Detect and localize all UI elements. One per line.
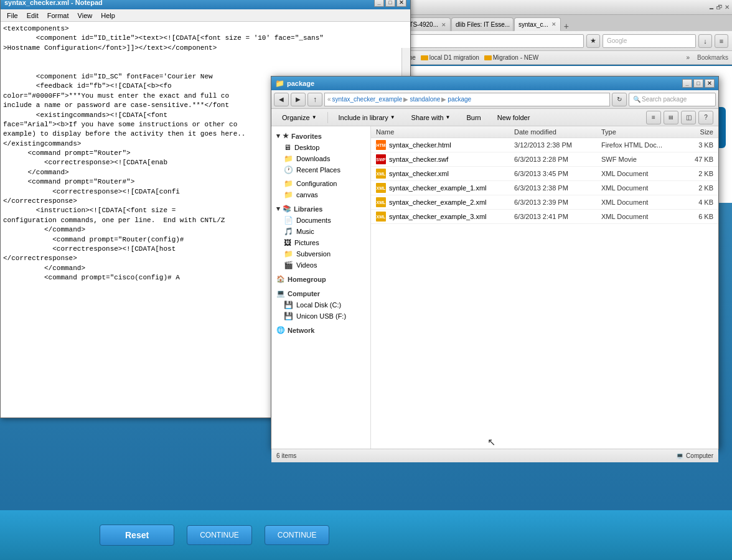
- notepad-maximize-button[interactable]: □: [385, 0, 395, 7]
- toolbar-organize[interactable]: Organize ▼: [276, 112, 322, 123]
- downloads-button[interactable]: ↓: [698, 34, 712, 48]
- bookmarks-overflow[interactable]: »: [686, 54, 690, 61]
- sidebar-item-usb[interactable]: 💾 Unicon USB (F:): [271, 310, 370, 322]
- file-icon-xml-0: XML: [376, 169, 386, 179]
- file-row-5[interactable]: XML syntax_checker_example_3.xml 6/3/201…: [371, 210, 718, 224]
- toolbar-burn[interactable]: Burn: [461, 112, 486, 123]
- file-type-1: SWF Movie: [601, 156, 676, 163]
- explorer-statusbar: 6 items 💻 Computer: [271, 449, 718, 462]
- explorer-up-button[interactable]: ↑: [307, 93, 322, 106]
- file-size-3: 2 KB: [676, 184, 713, 192]
- sidebar-item-recent-places[interactable]: 🕐 Recent Places: [271, 164, 370, 175]
- sidebar-item-pictures[interactable]: 🖼 Pictures: [271, 237, 370, 248]
- notepad-menu-file[interactable]: File: [3, 10, 22, 21]
- bookmark-button[interactable]: ★: [586, 34, 600, 48]
- file-size-5: 6 KB: [676, 213, 713, 220]
- file-row-4[interactable]: XML syntax_checker_example_2.xml 6/3/201…: [371, 195, 718, 210]
- configuration-folder-icon: 📁: [284, 179, 293, 188]
- view-pane-button[interactable]: ◫: [681, 111, 696, 124]
- favorites-expand-icon: ▾: [276, 132, 280, 140]
- explorer-nav: ◀ ▶ ↑ « syntax_checker_example ▶ standal…: [271, 90, 718, 109]
- sidebar-network-header[interactable]: 🌐 Network: [271, 324, 370, 336]
- toolbar-share-with[interactable]: Share with ▼: [406, 112, 456, 123]
- explorer-back-button[interactable]: ◀: [274, 93, 289, 106]
- pictures-icon: 🖼: [284, 238, 291, 247]
- sidebar-item-configuration[interactable]: 📁 Configuration: [271, 178, 370, 189]
- notepad-menu-view[interactable]: View: [74, 10, 96, 21]
- file-row-2[interactable]: XML syntax_checker.xml 6/3/2013 3:45 PM …: [371, 167, 718, 181]
- file-type-5: XML Document: [601, 213, 676, 220]
- explorer-close-button[interactable]: ✕: [705, 79, 715, 88]
- explorer-window: 📁 package _ □ ✕ ◀ ▶ ↑ « syntax_checker_e…: [271, 76, 719, 449]
- file-row-0[interactable]: HTM syntax_checker.html 3/12/2013 2:38 P…: [371, 138, 718, 152]
- file-list-header: Name Date modified Type Size: [371, 126, 718, 138]
- breadcrumb-package[interactable]: package: [448, 96, 471, 103]
- notepad-titlebar: syntax_checker.xml - Notepad _ □ ✕: [1, 0, 410, 9]
- videos-icon: 🎬: [284, 261, 293, 269]
- help-button[interactable]: ?: [698, 111, 713, 124]
- organize-arrow: ▼: [312, 114, 317, 120]
- breadcrumb-bar: « syntax_checker_example ▶ standalone ▶ …: [324, 93, 610, 106]
- documents-icon: 📄: [284, 216, 293, 225]
- continue-button-2[interactable]: CONTINUE: [265, 525, 330, 545]
- music-icon: 🎵: [284, 227, 293, 236]
- favorites-star-icon: ★: [283, 132, 289, 140]
- sidebar-item-music[interactable]: 🎵 Music: [271, 226, 370, 237]
- file-size-4: 4 KB: [676, 198, 713, 206]
- computer-icon: 💻: [276, 289, 285, 297]
- reset-button[interactable]: Reset: [100, 525, 174, 546]
- sidebar-item-subversion[interactable]: 📁 Subversion: [271, 248, 370, 259]
- notepad-menu-help[interactable]: Help: [97, 10, 119, 21]
- bookmark-d1migration[interactable]: local D1 migration: [421, 54, 479, 61]
- notepad-menu-format[interactable]: Format: [44, 10, 73, 21]
- file-name-2: syntax_checker.xml: [389, 170, 514, 177]
- sidebar-item-local-disk[interactable]: 💾 Local Disk (C:): [271, 299, 370, 310]
- sidebar-computer-header[interactable]: 💻 Computer: [271, 287, 370, 299]
- explorer-maximize-button[interactable]: □: [693, 79, 703, 88]
- search-icon: 🔍: [633, 96, 640, 103]
- continue-button-1[interactable]: CONTINUE: [187, 525, 252, 545]
- tab-dlib[interactable]: dlib Files: IT Esse... ✕: [451, 17, 514, 31]
- sidebar-computer-section: 💻 Computer 💾 Local Disk (C:) 💾 Unicon US…: [271, 286, 370, 323]
- homegroup-icon: 🏠: [276, 275, 285, 283]
- sidebar-item-downloads[interactable]: 📁 Downloads: [271, 153, 370, 164]
- menu-button[interactable]: ≡: [715, 34, 728, 48]
- sidebar-item-videos[interactable]: 🎬 Videos: [271, 259, 370, 271]
- view-list-button[interactable]: ≡: [646, 111, 661, 124]
- toolbar-new-folder[interactable]: New folder: [492, 112, 536, 123]
- sidebar-favorites-section: ▾ ★ Favorites 🖥 Desktop 📁 Downloads 🕐 Re…: [271, 129, 370, 177]
- canvas-folder-icon: 📁: [284, 190, 293, 199]
- new-tab-button[interactable]: +: [564, 21, 569, 31]
- sidebar-item-documents[interactable]: 📄 Documents: [271, 215, 370, 226]
- downloads-icon: 📁: [284, 154, 293, 163]
- explorer-refresh-button[interactable]: ↻: [612, 93, 627, 106]
- explorer-minimize-button[interactable]: _: [682, 79, 692, 88]
- computer-label-area: 💻 Computer: [676, 452, 713, 459]
- col-type[interactable]: Type: [601, 128, 676, 136]
- share-with-arrow: ▼: [446, 114, 451, 120]
- file-count: 6 items: [276, 452, 296, 459]
- explorer-search[interactable]: 🔍 Search package: [629, 93, 716, 106]
- toolbar-include-library[interactable]: Include in library ▼: [333, 112, 401, 123]
- col-size[interactable]: Size: [676, 128, 713, 136]
- explorer-forward-button[interactable]: ▶: [291, 93, 306, 106]
- view-details-button[interactable]: ▤: [664, 111, 678, 124]
- file-row-1[interactable]: SWF syntax_checker.swf 6/3/2013 2:28 PM …: [371, 152, 718, 167]
- file-date-2: 6/3/2013 3:45 PM: [514, 170, 601, 177]
- sidebar-item-canvas[interactable]: 📁 canvas: [271, 189, 370, 200]
- col-name[interactable]: Name: [376, 128, 514, 136]
- file-size-2: 2 KB: [676, 170, 713, 177]
- col-date[interactable]: Date modified: [514, 128, 601, 136]
- bookmark-migration-new[interactable]: Migration - NEW: [484, 54, 538, 61]
- breadcrumb-root[interactable]: syntax_checker_example: [332, 96, 403, 103]
- sidebar-homegroup-header[interactable]: 🏠 Homegroup: [271, 273, 370, 285]
- tab-syntax-checker[interactable]: syntax_c... ✕: [514, 17, 561, 31]
- notepad-menu-edit[interactable]: Edit: [23, 10, 42, 21]
- notepad-minimize-button[interactable]: _: [374, 0, 384, 7]
- notepad-close-button[interactable]: ✕: [396, 0, 406, 7]
- search-bar[interactable]: Google: [603, 34, 696, 48]
- notepad-title: syntax_checker.xml - Notepad: [4, 0, 374, 6]
- file-row-3[interactable]: XML syntax_checker_example_1.xml 6/3/201…: [371, 181, 718, 195]
- breadcrumb-standalone[interactable]: standalone: [410, 96, 440, 103]
- sidebar-item-desktop[interactable]: 🖥 Desktop: [271, 142, 370, 153]
